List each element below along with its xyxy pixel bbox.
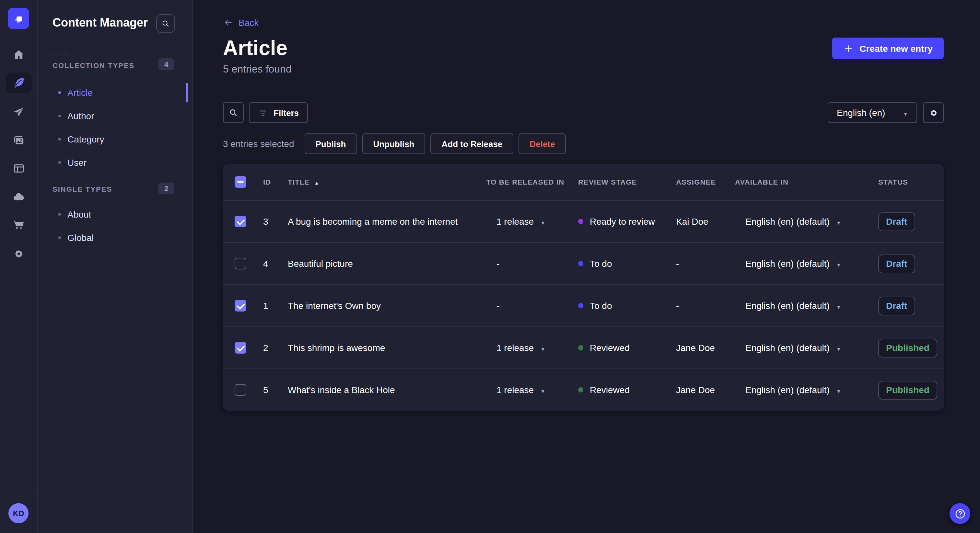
table-row[interactable]: 2 This shrimp is awesome 1 release Revie… (223, 327, 944, 368)
nav-content-manager[interactable] (6, 73, 32, 93)
col-available-in[interactable]: AVAILABLE IN (735, 178, 878, 186)
cell-release[interactable]: 1 release (486, 216, 578, 227)
stage-dot (578, 387, 583, 392)
cell-review-stage: Reviewed (578, 385, 676, 395)
col-id[interactable]: ID (263, 178, 288, 186)
nav-marketplace[interactable] (6, 214, 32, 235)
subnav-search-button[interactable] (156, 14, 175, 33)
cell-available-in[interactable]: English (en) (default) (735, 259, 878, 269)
table-row[interactable]: 1 The internet's Own boy - To do - Engli… (223, 284, 944, 327)
row-checkbox[interactable] (235, 258, 246, 270)
table-row[interactable]: 4 Beautiful picture - To do - English (e… (223, 242, 944, 284)
col-status[interactable]: STATUS (878, 178, 944, 186)
status-badge: Published (878, 381, 937, 399)
sidebar-item-author[interactable]: Author (38, 104, 192, 128)
search-icon (228, 108, 239, 118)
cell-release: - (486, 259, 578, 269)
home-icon (12, 49, 25, 62)
question-circle-icon (954, 508, 966, 520)
cell-review-stage: To do (578, 300, 676, 311)
cell-release[interactable]: 1 release (486, 343, 578, 353)
list-toolbar: Filters English (en) (223, 102, 944, 123)
cell-id: 3 (263, 216, 288, 227)
sidebar-item-article[interactable]: Article (38, 81, 192, 104)
sidebar-item-category[interactable]: Category (38, 128, 192, 151)
table-row[interactable]: 3 A bug is becoming a meme on the intern… (223, 200, 944, 242)
sidebar-item-global[interactable]: Global (38, 226, 192, 249)
single-types-count-badge: 2 (158, 182, 174, 194)
cell-title: A bug is becoming a meme on the internet (288, 216, 486, 227)
cell-review-stage: Reviewed (578, 343, 676, 353)
back-link[interactable]: Back (223, 17, 259, 28)
nav-content-type-builder[interactable] (6, 158, 32, 179)
locale-select[interactable]: English (en) (828, 102, 917, 123)
stage-dot (578, 345, 583, 351)
stage-dot (578, 303, 583, 308)
col-assignee[interactable]: ASSIGNEE (676, 178, 735, 186)
search-button[interactable] (223, 102, 244, 123)
collection-types-count-badge: 4 (158, 58, 174, 70)
content-manager-subnav: Content Manager COLLECTION TYPES 4 Artic… (38, 0, 193, 533)
col-title[interactable]: TITLE (288, 178, 486, 186)
sidebar-item-user[interactable]: User (38, 151, 192, 174)
cell-title: What's inside a Black Hole (288, 385, 486, 395)
cell-available-in[interactable]: English (en) (default) (735, 385, 878, 395)
strapi-logo[interactable] (8, 8, 29, 29)
stage-dot (578, 261, 583, 266)
cell-available-in[interactable]: English (en) (default) (735, 300, 878, 311)
cell-available-in[interactable]: English (en) (default) (735, 343, 878, 353)
table-row[interactable]: 5 What's inside a Black Hole 1 release R… (223, 368, 944, 411)
cell-id: 5 (263, 385, 288, 395)
strapi-admin: KD Content Manager COLLECTION TYPES 4 Ar… (0, 0, 980, 533)
status-badge: Draft (878, 254, 915, 273)
row-checkbox[interactable] (235, 300, 246, 311)
table-header: ID TITLE TO BE RELEASED IN REVIEW STAGE … (223, 164, 944, 200)
single-types-list: About Global (38, 203, 192, 249)
selection-actions: 3 entries selected Publish Unpublish Add… (223, 133, 566, 154)
create-new-entry-button[interactable]: Create new entry (832, 38, 944, 59)
user-avatar[interactable]: KD (8, 503, 29, 523)
entries-count: 5 entries found (223, 63, 292, 75)
cell-id: 2 (263, 343, 288, 353)
delete-button[interactable]: Delete (519, 133, 566, 154)
select-all-checkbox[interactable] (235, 176, 246, 188)
cell-review-stage: To do (578, 259, 676, 269)
cell-review-stage: Ready to review (578, 216, 676, 227)
unpublish-button[interactable]: Unpublish (362, 133, 425, 154)
sidebar-item-about[interactable]: About (38, 203, 192, 226)
status-badge: Published (878, 338, 937, 357)
chevron-down-icon (540, 216, 546, 227)
main-content: Back Article 5 entries found Create new … (193, 0, 980, 533)
nav-home[interactable] (6, 45, 32, 65)
cell-id: 4 (263, 259, 288, 269)
chevron-down-icon (903, 108, 908, 118)
row-checkbox[interactable] (235, 384, 246, 396)
nav-media-library[interactable] (6, 130, 32, 151)
cell-release[interactable]: 1 release (486, 385, 578, 395)
bullet-icon (58, 91, 61, 94)
filter-icon (258, 108, 268, 117)
cell-title: The internet's Own boy (288, 300, 486, 311)
publish-button[interactable]: Publish (304, 133, 357, 154)
add-to-release-button[interactable]: Add to Release (430, 133, 513, 154)
chevron-down-icon (836, 343, 841, 353)
col-release[interactable]: TO BE RELEASED IN (486, 178, 578, 186)
col-review-stage[interactable]: REVIEW STAGE (578, 178, 676, 186)
filters-button[interactable]: Filters (249, 102, 308, 123)
nav-settings[interactable] (6, 244, 32, 264)
view-settings-button[interactable] (923, 102, 944, 123)
row-checkbox[interactable] (235, 342, 246, 354)
subnav-title: Content Manager (52, 16, 148, 30)
entries-table: ID TITLE TO BE RELEASED IN REVIEW STAGE … (223, 164, 944, 411)
bullet-icon (58, 115, 61, 117)
row-checkbox[interactable] (235, 216, 246, 227)
cell-assignee: Jane Doe (676, 385, 735, 395)
cell-assignee: Jane Doe (676, 343, 735, 353)
nav-releases[interactable] (6, 102, 32, 122)
nav-cloud[interactable] (6, 187, 32, 207)
help-button[interactable] (950, 503, 970, 524)
bullet-icon (58, 213, 61, 216)
cell-available-in[interactable]: English (en) (default) (735, 216, 878, 227)
plus-icon (843, 43, 854, 54)
collection-types-list: Article Author Category User (38, 81, 192, 174)
